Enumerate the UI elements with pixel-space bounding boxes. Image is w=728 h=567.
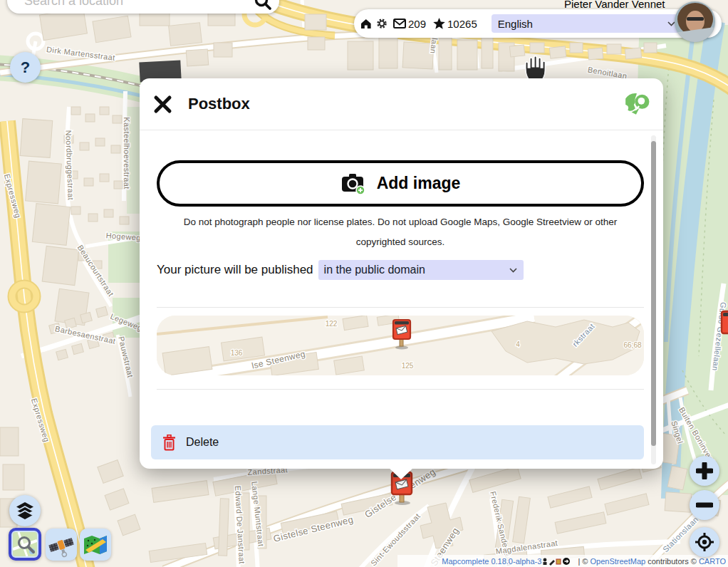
background-osm-button[interactable]: [9, 528, 41, 561]
plus-icon: [696, 462, 713, 479]
background-satellite-button[interactable]: [46, 529, 77, 561]
background-map-button[interactable]: [80, 529, 111, 561]
postbox-marker-edge[interactable]: [718, 309, 728, 345]
osm-link[interactable]: OpenStreetMap: [590, 557, 645, 566]
popup-scrollbar-thumb[interactable]: [651, 141, 656, 446]
layers-button[interactable]: [9, 495, 41, 526]
close-icon[interactable]: [153, 95, 172, 114]
house-number: 4: [516, 340, 520, 348]
popup-body: Add image Do not photograph people nor l…: [140, 130, 663, 468]
chevron-down-icon: [509, 268, 517, 273]
layers-icon: [15, 501, 35, 521]
settings-gear-icon[interactable]: [376, 18, 388, 29]
carto-link[interactable]: CARTO: [699, 557, 726, 566]
map-style-icon: [83, 534, 108, 556]
zoom-in-button[interactable]: [690, 456, 719, 486]
user-panel: 209 10265 English: [354, 9, 722, 38]
attribution-bar: Mapcomplete 0.18.0-alpha-3 | © OpenStree…: [397, 555, 728, 567]
help-label: ?: [21, 58, 30, 77]
user-name: Pieter Vander Vennet: [564, 0, 665, 10]
geolocate-button[interactable]: [690, 527, 719, 557]
house-number: 125: [402, 362, 414, 370]
delete-button[interactable]: Delete: [151, 425, 644, 459]
add-image-button[interactable]: Add image: [157, 160, 644, 207]
license-value: in the public domain: [324, 264, 425, 276]
postbox-popup: Postbox Add image Do not photograph peop…: [140, 78, 663, 469]
license-prefix: Your picture will be published: [157, 263, 313, 277]
mapcomplete-version-link[interactable]: Mapcomplete 0.18.0-alpha-3: [442, 557, 541, 566]
mapcomplete-logo-icon: [623, 90, 650, 118]
attribution-contributors: contributors ©: [645, 557, 699, 566]
user-avatar[interactable]: [675, 1, 715, 42]
attribution-sep: | ©: [576, 557, 590, 566]
language-select[interactable]: English: [492, 14, 681, 33]
search-input[interactable]: [7, 0, 254, 9]
divider: [157, 389, 644, 390]
changeset-count[interactable]: 10265: [447, 18, 477, 30]
attribution-icons: [542, 557, 575, 566]
popup-header: Postbox: [140, 78, 663, 130]
search-bar[interactable]: [7, 0, 279, 14]
street-label: Kasteelhoevestraat: [123, 117, 131, 189]
license-row: Your picture will be published in the pu…: [157, 260, 644, 280]
minus-icon: [696, 496, 713, 514]
changesets-star-icon[interactable]: [433, 18, 445, 29]
popup-title: Postbox: [188, 95, 623, 113]
avatar-glasses: [687, 17, 704, 21]
help-button[interactable]: ?: [10, 52, 41, 83]
zoom-out-button[interactable]: [690, 490, 719, 520]
osm-map-style-icon: [13, 532, 37, 556]
trash-icon: [162, 435, 176, 451]
camera-add-icon: [340, 172, 366, 195]
popup-pointer: [388, 467, 414, 479]
location-minimap[interactable]: 122 136 125 4 66;68 lse Steenweg rkstraa…: [157, 316, 644, 375]
image-disclaimer: Do not photograph people nor license pla…: [157, 212, 644, 252]
messages-envelope-icon[interactable]: [393, 19, 406, 28]
language-value: English: [498, 18, 533, 30]
search-icon[interactable]: [254, 0, 272, 14]
house-number: 66;68: [623, 341, 641, 349]
image-license-select[interactable]: in the public domain: [318, 260, 524, 280]
home-icon[interactable]: [360, 18, 372, 29]
delete-label: Delete: [186, 436, 219, 449]
divider: [157, 307, 644, 308]
message-count[interactable]: 209: [408, 18, 426, 30]
satellite-style-icon: [48, 532, 74, 558]
house-number: 136: [231, 349, 243, 357]
house-number: 122: [326, 320, 338, 328]
add-image-label: Add image: [377, 174, 461, 193]
crosshair-icon: [695, 532, 714, 552]
